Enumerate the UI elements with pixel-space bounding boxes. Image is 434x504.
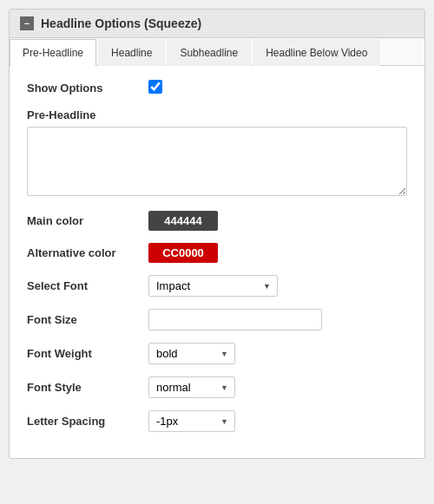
font-style-wrapper: normal italic oblique [148, 376, 235, 398]
select-font-wrapper: Impact Arial Verdana Georgia Times New R… [148, 275, 278, 297]
font-weight-label: Font Weight [27, 347, 148, 360]
alternative-color-row: Alternative color CC0000 [27, 243, 407, 263]
pre-headline-section: Pre-Headline [27, 108, 407, 199]
tab-subheadline[interactable]: Subheadline [167, 39, 251, 66]
tab-content: Show Options Pre-Headline Main color 444… [10, 66, 424, 458]
show-options-checkbox[interactable] [148, 80, 162, 94]
font-size-label: Font Size [27, 313, 148, 326]
font-weight-dropdown[interactable]: bold normal lighter bolder [148, 343, 235, 364]
font-weight-wrapper: bold normal lighter bolder [148, 343, 235, 364]
alternative-color-swatch[interactable]: CC0000 [148, 243, 218, 263]
select-font-label: Select Font [27, 279, 148, 292]
pre-headline-label: Pre-Headline [27, 108, 407, 121]
main-color-control: 444444 [148, 211, 407, 231]
panel-title: Headline Options (Squeeze) [41, 16, 201, 30]
font-style-dropdown[interactable]: normal italic oblique [148, 376, 235, 398]
font-weight-control: bold normal lighter bolder [148, 343, 407, 364]
show-options-label: Show Options [27, 82, 148, 95]
tabs-container: Pre-Headline Headline Subheadline Headli… [10, 38, 424, 66]
tab-headline[interactable]: Headline [98, 39, 165, 66]
font-style-control: normal italic oblique [148, 376, 407, 398]
select-font-dropdown[interactable]: Impact Arial Verdana Georgia Times New R… [148, 275, 278, 297]
main-color-label: Main color [27, 214, 148, 227]
letter-spacing-control: -1px 0px 1px 2px 3px [148, 410, 407, 432]
collapse-icon[interactable]: − [20, 16, 34, 30]
main-color-swatch[interactable]: 444444 [148, 211, 218, 231]
alternative-color-control: CC0000 [148, 243, 407, 263]
font-size-input[interactable] [148, 309, 322, 331]
show-options-control [148, 80, 407, 96]
letter-spacing-wrapper: -1px 0px 1px 2px 3px [148, 410, 235, 432]
letter-spacing-dropdown[interactable]: -1px 0px 1px 2px 3px [148, 410, 235, 432]
font-weight-row: Font Weight bold normal lighter bolder [27, 343, 407, 364]
main-color-row: Main color 444444 [27, 211, 407, 231]
tab-headline-below-video[interactable]: Headline Below Video [253, 39, 380, 66]
pre-headline-textarea[interactable] [27, 127, 407, 196]
letter-spacing-row: Letter Spacing -1px 0px 1px 2px 3px [27, 410, 407, 432]
headline-options-panel: − Headline Options (Squeeze) Pre-Headlin… [9, 9, 425, 459]
font-style-row: Font Style normal italic oblique [27, 376, 407, 398]
alternative-color-label: Alternative color [27, 246, 148, 259]
letter-spacing-label: Letter Spacing [27, 415, 148, 428]
panel-header: − Headline Options (Squeeze) [10, 10, 424, 38]
tab-pre-headline[interactable]: Pre-Headline [10, 39, 96, 66]
show-options-row: Show Options [27, 80, 407, 96]
font-size-row: Font Size [27, 309, 407, 331]
font-style-label: Font Style [27, 381, 148, 394]
select-font-control: Impact Arial Verdana Georgia Times New R… [148, 275, 407, 297]
font-size-control [148, 309, 407, 331]
select-font-row: Select Font Impact Arial Verdana Georgia… [27, 275, 407, 297]
